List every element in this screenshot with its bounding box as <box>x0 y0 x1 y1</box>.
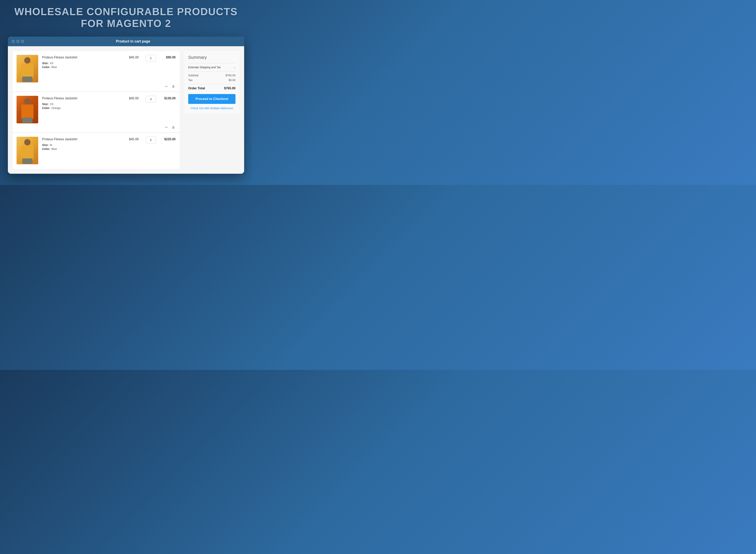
quantity-input-2[interactable]: 3 <box>146 96 156 103</box>
edit-icon-1[interactable]: ✏ <box>164 85 168 89</box>
quantity-input-1[interactable]: 2 <box>146 55 156 62</box>
product-image-2 <box>16 96 38 123</box>
product-info-3: Proteus Fitness Jackshirt Size: M Color:… <box>42 137 126 151</box>
proceed-checkout-button[interactable]: Proceed to Checkout <box>188 94 236 104</box>
product-image-3 <box>16 137 38 164</box>
tax-label: Tax <box>188 78 193 81</box>
order-total-label: Order Total <box>188 87 205 90</box>
browser-dot-1 <box>12 40 14 43</box>
color-label-2: Color: <box>42 106 50 110</box>
product-price-2: $45.00 <box>126 96 142 100</box>
order-total-row: Order Total $765.00 <box>188 84 236 90</box>
summary-panel: Summary Estimate Shipping and Tax ⌄ Subt… <box>184 51 239 114</box>
hero-title: WHOLESALE CONFIGURABLE PRODUCTS FOR MAGE… <box>14 6 238 30</box>
product-name-2: Proteus Fitness Jackshirt <box>42 97 126 100</box>
quantity-input-3[interactable]: 5 <box>146 137 156 144</box>
cart-row-2-actions: ✏ 🗑 <box>13 123 180 132</box>
person-body-3 <box>21 146 34 160</box>
browser-title: Product in cart page <box>26 39 240 44</box>
cart-row-3-wrapper: Proteus Fitness Jackshirt Size: M Color:… <box>13 133 180 169</box>
color-value-1: Blue <box>51 65 57 69</box>
size-label-2: Size: <box>42 103 49 106</box>
product-name-1: Proteus Fitness Jackshirt <box>42 56 126 59</box>
product-info-1: Proteus Fitness Jackshirt Size: XS Color… <box>42 55 126 69</box>
cart-row-1: Proteus Fitness Jackshirt Size: XS Color… <box>13 51 180 82</box>
person-pants-1 <box>22 76 33 82</box>
color-label-1: Color: <box>42 65 50 69</box>
product-size-2: Size: XS <box>42 103 126 106</box>
browser-bar: Product in cart page <box>8 37 244 46</box>
cart-row-3-actions <box>13 164 180 169</box>
summary-title: Summary <box>188 55 236 60</box>
product-info-2: Proteus Fitness Jackshirt Size: XS Color… <box>42 96 126 110</box>
person-body-2 <box>21 105 34 119</box>
cart-row-1-actions: ✏ 🗑 <box>13 82 180 92</box>
cart-row-3: Proteus Fitness Jackshirt Size: M Color:… <box>13 133 180 164</box>
cart-row-2-wrapper: Proteus Fitness Jackshirt Size: XS Color… <box>13 92 180 133</box>
product-price-1: $45.00 <box>126 55 142 59</box>
person-head-1 <box>24 57 31 63</box>
color-value-3: Blue <box>51 147 57 151</box>
color-value-2: Orange <box>51 106 61 110</box>
product-size-3: Size: M <box>42 144 126 147</box>
product-color-1: Color: Blue <box>42 65 126 69</box>
size-value-1: XS <box>50 62 54 65</box>
product-name-3: Proteus Fitness Jackshirt <box>42 137 126 141</box>
product-total-1: $90.00 <box>160 55 175 59</box>
tax-value: $0.00 <box>229 78 236 81</box>
chevron-down-icon: ⌄ <box>234 66 236 69</box>
person-head-3 <box>24 139 31 146</box>
size-label-1: Size: <box>42 62 49 65</box>
product-price-3: $45.00 <box>126 137 142 141</box>
subtotal-value: $765.00 <box>225 74 236 77</box>
cart-row-1-wrapper: Proteus Fitness Jackshirt Size: XS Color… <box>13 51 180 92</box>
browser-dot-3 <box>21 40 24 43</box>
person-figure-2 <box>16 96 38 123</box>
shipping-label: Estimate Shipping and Tax <box>188 66 221 69</box>
browser-window: Product in cart page Proteus Fitness Jac… <box>8 37 244 174</box>
person-figure-3 <box>16 137 38 164</box>
subtotal-label: Subtotal <box>188 74 198 77</box>
product-total-3: $225.00 <box>160 137 175 141</box>
delete-icon-1[interactable]: 🗑 <box>171 85 175 89</box>
product-color-2: Color: Orange <box>42 106 126 110</box>
person-pants-2 <box>22 117 33 123</box>
person-body-1 <box>21 63 34 78</box>
product-total-2: $135.00 <box>160 96 175 100</box>
multi-address-link[interactable]: Check Out with Multiple Addresses <box>188 107 236 110</box>
subtotal-row: Subtotal $765.00 <box>188 74 236 77</box>
tax-row: Tax $0.00 <box>188 78 236 81</box>
size-value-2: XS <box>50 103 54 106</box>
person-pants-3 <box>22 158 33 164</box>
order-total-value: $765.00 <box>224 87 236 90</box>
delete-icon-2[interactable]: 🗑 <box>171 125 175 130</box>
browser-content: Proteus Fitness Jackshirt Size: XS Color… <box>8 46 244 174</box>
edit-icon-2[interactable]: ✏ <box>164 125 168 130</box>
color-label-3: Color: <box>42 147 50 151</box>
person-figure-1 <box>16 55 38 82</box>
product-color-3: Color: Blue <box>42 147 126 151</box>
person-head-2 <box>24 98 31 105</box>
cart-items-list: Proteus Fitness Jackshirt Size: XS Color… <box>13 51 180 169</box>
product-size-1: Size: XS <box>42 62 126 65</box>
browser-dot-2 <box>16 40 19 43</box>
shipping-estimate-row[interactable]: Estimate Shipping and Tax ⌄ <box>188 63 236 71</box>
product-image-1 <box>16 55 38 82</box>
cart-row-2: Proteus Fitness Jackshirt Size: XS Color… <box>13 92 180 123</box>
size-value-3: M <box>50 144 52 147</box>
size-label-3: Size: <box>42 144 49 147</box>
